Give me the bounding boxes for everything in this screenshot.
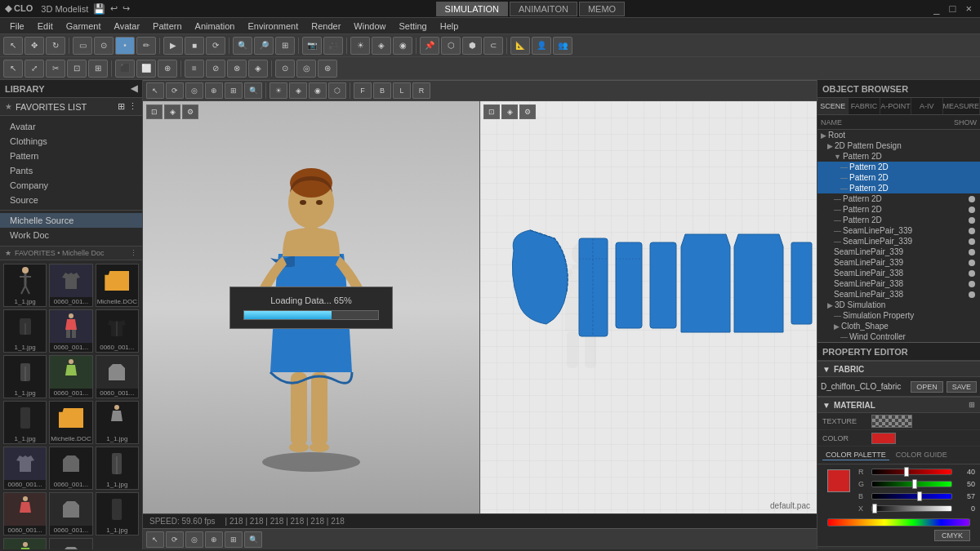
g-slider[interactable] (871, 481, 952, 487)
vp-tb-5[interactable]: ⊞ (225, 82, 243, 99)
visibility-dot-8[interactable] (969, 270, 975, 277)
list-item[interactable]: 0060_001... (96, 309, 139, 353)
vp-tb-1[interactable]: ↖ (146, 82, 164, 99)
vp2d-tb-4[interactable]: ⊕ (205, 531, 223, 548)
vp-tb-2[interactable]: ⟳ (166, 82, 184, 99)
tb-tuck[interactable]: ⊂ (483, 37, 503, 55)
tb2-9[interactable]: ≡ (185, 60, 204, 78)
tb-fabric1[interactable]: ⬡ (441, 37, 461, 55)
palette-tab-color[interactable]: COLOR PALETTE (822, 450, 889, 460)
tb-reset[interactable]: ⟳ (206, 37, 225, 55)
tb2-11[interactable]: ⊗ (227, 60, 247, 78)
more-icon[interactable]: ⋮ (128, 101, 137, 112)
vp-tb-7[interactable]: ☀ (270, 82, 287, 99)
list-item[interactable]: Michelle.DOC (49, 401, 92, 444)
tb2-8[interactable]: ⊕ (158, 60, 177, 78)
tb-rotate[interactable]: ↻ (46, 37, 65, 55)
list-item[interactable]: 1_1.jpg (96, 447, 139, 490)
nav-pants[interactable]: Pants (0, 163, 142, 178)
minimize-button[interactable]: _ (930, 2, 942, 15)
tb-pin[interactable]: 📌 (420, 37, 439, 55)
nav-source[interactable]: Source (0, 193, 142, 207)
tb2-5[interactable]: ⊞ (88, 60, 108, 78)
tree-item-pattern2d-1[interactable]: — Pattern 2D (817, 162, 980, 172)
tb-measure[interactable]: 📐 (510, 37, 530, 55)
tb2-3[interactable]: ✂ (46, 60, 65, 78)
close-button[interactable]: × (962, 2, 975, 15)
tb-render1[interactable]: ◈ (372, 37, 391, 55)
vp2d-tb-3[interactable]: ◎ (185, 531, 203, 548)
tree-item-pattern2d-3[interactable]: — Pattern 2D (817, 183, 980, 193)
tb-simulate[interactable]: ▶ (163, 37, 183, 55)
menu-avatar[interactable]: Avatar (108, 20, 147, 33)
b-slider[interactable] (871, 493, 952, 500)
tree-item-seamline-3[interactable]: SeamLinePair_339 (817, 247, 980, 257)
vp2d-btn3[interactable]: ⚙ (519, 104, 536, 119)
nav-clothings[interactable]: Clothings (0, 134, 142, 149)
tb-light[interactable]: ☀ (350, 37, 370, 55)
tree-item-seamline-7[interactable]: SeamLinePair_338 (817, 289, 980, 300)
tb-move[interactable]: ✥ (24, 37, 44, 55)
vp3d-btn2[interactable]: ◈ (164, 104, 180, 119)
section-fabric-header[interactable]: ▼ FABRIC (817, 361, 980, 377)
vp2d-btn1[interactable]: ⊡ (483, 104, 500, 119)
tree-item-seamline-2[interactable]: — SeamLinePair_339 (817, 236, 980, 247)
visibility-dot-2[interactable] (969, 207, 975, 213)
tab-animation[interactable]: ANIMAITON (510, 2, 577, 16)
visibility-dot-7[interactable] (969, 260, 975, 266)
menu-edit[interactable]: Edit (31, 20, 60, 33)
vp2d-tb-1[interactable]: ↖ (146, 531, 164, 548)
vp-tb-4[interactable]: ⊕ (205, 82, 223, 99)
viewport-3d[interactable]: ⊡ ◈ ⚙ (143, 101, 480, 513)
list-item[interactable]: 0060_001... (96, 355, 139, 398)
visibility-dot-5[interactable] (969, 238, 975, 245)
menu-setting[interactable]: Setting (392, 20, 433, 33)
tb-point[interactable]: • (115, 37, 135, 55)
list-item[interactable]: 1_1.jpg (96, 492, 139, 535)
visibility-dot-9[interactable] (969, 281, 975, 287)
list-item[interactable]: 0060_001... (49, 264, 92, 307)
list-item[interactable]: 0060_001... (49, 492, 92, 535)
tab-scene[interactable]: SCENE (817, 98, 849, 114)
tb-fit[interactable]: ⊞ (275, 37, 295, 55)
nav-pattern[interactable]: Pattern (0, 149, 142, 163)
menu-render[interactable]: Render (305, 20, 347, 33)
tab-measure[interactable]: MEASURE (943, 98, 981, 114)
save-button[interactable]: SAVE (947, 381, 977, 393)
list-item[interactable]: 1_1.jpg (3, 355, 47, 398)
menu-garment[interactable]: Garment (60, 20, 108, 33)
tb2-1[interactable]: ↖ (3, 60, 23, 78)
tree-item-pattern2d-6[interactable]: — Pattern 2D (817, 215, 980, 225)
tb-fabric2[interactable]: ⬢ (462, 37, 482, 55)
vp-tb-9[interactable]: ◉ (309, 82, 327, 99)
tree-item-seamline-6[interactable]: SeamLinePair_338 (817, 278, 980, 289)
tab-fabric[interactable]: FABRIC (849, 98, 880, 114)
tab-apoint[interactable]: A-POINT (880, 98, 911, 114)
add-favorite-button[interactable]: ⊞ (118, 101, 125, 112)
tree-item-seamline-1[interactable]: — SeamLinePair_339 (817, 225, 980, 236)
tb-stop[interactable]: ■ (185, 37, 204, 55)
lib-expand-icon[interactable]: ⋮ (130, 249, 137, 257)
tb-select[interactable]: ▭ (73, 37, 92, 55)
tree-item-pattern2d-5[interactable]: — Pattern 2D (817, 204, 980, 215)
tb2-6[interactable]: ⬛ (115, 60, 135, 78)
tree-item-pattern2d-2[interactable]: — Pattern 2D (817, 172, 980, 183)
title-icon-undo[interactable]: ↩ (110, 3, 118, 14)
tab-memo[interactable]: MEMO (579, 2, 625, 16)
tree-item-3d-sim[interactable]: ▶ 3D Simulation (817, 300, 980, 310)
visibility-dot-10[interactable] (969, 291, 975, 298)
list-item[interactable]: 1_1.jpg (96, 401, 139, 444)
vp-tb-12[interactable]: B (373, 82, 391, 99)
viewport-2d[interactable]: ⊡ ◈ ⚙ (480, 101, 817, 513)
color-swatch[interactable] (871, 433, 896, 444)
texture-preview[interactable] (871, 415, 912, 428)
vp-tb-14[interactable]: R (412, 82, 430, 99)
vp-tb-11[interactable]: F (354, 82, 372, 99)
tree-item-cloth[interactable]: ▶ Cloth_Shape (817, 321, 980, 331)
favorites-header[interactable]: ★ FAVORITES LIST ⊞ ⋮ (0, 98, 142, 116)
list-item[interactable]: 0060_001... (49, 447, 92, 490)
tb-pen[interactable]: ✏ (136, 37, 156, 55)
vp3d-btn1[interactable]: ⊡ (146, 104, 163, 119)
expand-icon[interactable]: ⊞ (969, 401, 975, 409)
tb-cursor[interactable]: ↖ (3, 37, 23, 55)
